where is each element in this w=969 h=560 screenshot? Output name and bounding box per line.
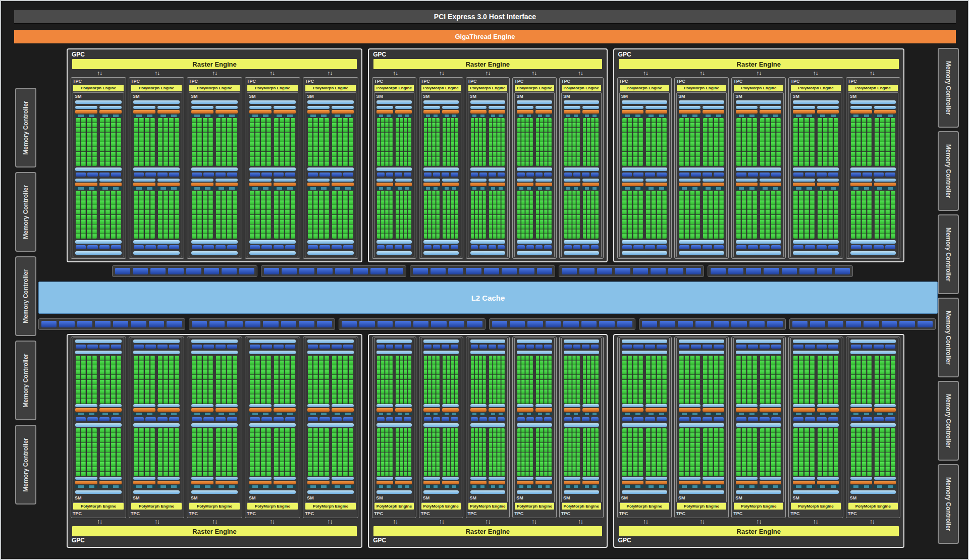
- sm-processing-block: [249, 356, 272, 416]
- cuda-core-grid: [192, 356, 213, 404]
- sm-processing-block: [157, 428, 180, 489]
- texture-unit-block: [851, 417, 861, 421]
- sm-processing-block: [395, 356, 412, 416]
- instruction-buffer-bar: [760, 477, 781, 480]
- sm-processing-block: [157, 356, 180, 416]
- instruction-buffer-bar: [442, 404, 459, 407]
- texture-unit-block: [76, 173, 86, 177]
- sm-block: SM: [561, 92, 602, 257]
- texture-unit-block: [817, 173, 827, 177]
- crossbar-link-block: [133, 268, 148, 274]
- tpc-block: TPCPolyMorph EngineSM: [129, 77, 184, 259]
- instruction-buffer-bar: [535, 179, 552, 182]
- crossbar-link-block: [150, 268, 166, 274]
- cuda-core-grid: [536, 118, 552, 166]
- instruction-cache-bar: [622, 167, 667, 171]
- texture-unit-block: [771, 245, 781, 249]
- warp-scheduler-bar: [470, 183, 487, 186]
- instruction-buffer-bar: [489, 179, 505, 182]
- instruction-cache-bar: [736, 423, 781, 427]
- texture-unit-block: [227, 245, 237, 249]
- warp-scheduler-bar: [736, 408, 758, 412]
- sm-processing-blocks: [736, 428, 781, 489]
- instruction-buffer-bar: [850, 106, 872, 109]
- instruction-buffer-bar: [249, 179, 272, 182]
- cuda-core-grid: [76, 118, 97, 166]
- instruction-cache-bar: [517, 351, 552, 354]
- instruction-buffer-bar: [216, 106, 238, 109]
- texture-unit-block: [805, 245, 815, 249]
- texture-unit-block: [319, 245, 330, 249]
- texture-unit-block: [498, 345, 505, 349]
- warp-scheduler-bar: [442, 183, 459, 186]
- texture-unit-block: [805, 345, 815, 349]
- sm-label: SM: [792, 93, 839, 99]
- sm-processing-block: [582, 356, 599, 416]
- sm-label: SM: [516, 93, 553, 99]
- crossbar-group: [559, 265, 704, 277]
- crossbar-link-block: [563, 321, 578, 327]
- texture-unit-block: [203, 345, 213, 349]
- dispatch-units-bar: [376, 187, 393, 190]
- flow-arrows-icon: ↑↓: [557, 518, 604, 526]
- memory-controller-label: Memory Controller: [22, 185, 29, 239]
- texture-unit-block: [99, 173, 110, 177]
- sm-processing-block: [535, 428, 552, 489]
- texture-unit-block: [386, 417, 394, 421]
- sm-processing-block: [376, 428, 393, 489]
- instruction-buffer-bar: [216, 404, 238, 407]
- instruction-buffer-bar: [99, 106, 122, 109]
- sm-label: SM: [563, 495, 600, 501]
- instruction-buffer-bar: [470, 179, 487, 182]
- warp-scheduler-bar: [274, 481, 296, 484]
- texture-unit-block: [564, 417, 572, 421]
- cuda-core-grid: [308, 356, 329, 404]
- instruction-cache-bar: [564, 251, 599, 255]
- dispatch-units-bar: [850, 115, 872, 117]
- sm-processing-block: [216, 105, 238, 166]
- texture-unit-block: [573, 417, 581, 421]
- warp-scheduler-bar: [332, 408, 354, 412]
- dispatch-units-bar: [703, 413, 724, 415]
- tpc-label: TPC: [561, 78, 602, 84]
- instruction-cache-bar: [517, 100, 552, 104]
- warp-scheduler-bar: [99, 408, 122, 412]
- sm-processing-blocks: [470, 105, 506, 166]
- crossbar-link-block: [695, 321, 711, 327]
- sm-label: SM: [735, 93, 782, 99]
- instruction-buffer-bar: [850, 404, 872, 407]
- crossbar-link-block: [192, 321, 207, 327]
- instruction-buffer-bar: [307, 477, 330, 480]
- tpc-block: SMPolyMorph EngineTPC: [788, 337, 843, 518]
- instruction-cache-bar: [191, 340, 238, 343]
- sm-processing-blocks: [249, 356, 296, 416]
- polymorph-engine-bar: PolyMorph Engine: [677, 85, 726, 91]
- dispatch-units-bar: [850, 485, 872, 488]
- dispatch-units-bar: [442, 115, 459, 117]
- sm-processing-blocks: [736, 105, 781, 166]
- cuda-core-grid: [489, 428, 505, 476]
- flow-arrows-icon: ↑↓: [243, 70, 301, 77]
- warp-scheduler-bar: [582, 110, 599, 114]
- flow-arrows-icon: ↑↓: [128, 518, 186, 526]
- tpc-label: TPC: [676, 78, 727, 84]
- texture-unit-block: [748, 245, 758, 249]
- instruction-buffer-bar: [376, 477, 393, 480]
- texture-units-row: [377, 417, 411, 421]
- cuda-core-grid: [76, 191, 97, 239]
- dispatch-units-bar: [133, 485, 155, 488]
- instruction-cache-bar: [249, 240, 296, 244]
- texture-unit-block: [134, 417, 144, 421]
- flow-arrows-icon: ↑↓: [787, 518, 843, 526]
- tpc-label: TPC: [790, 78, 841, 84]
- flow-arrows-icon: ↑↓: [301, 518, 358, 526]
- texture-unit-block: [564, 345, 572, 349]
- instruction-cache-bar: [307, 423, 354, 427]
- dispatch-units-bar: [133, 115, 155, 117]
- instruction-cache-bar: [376, 423, 412, 427]
- texture-unit-block: [564, 245, 572, 249]
- dispatch-units-bar: [489, 187, 505, 190]
- dispatch-units-bar: [582, 115, 599, 117]
- crossbar-link-block: [227, 321, 242, 327]
- instruction-buffer-bar: [736, 106, 758, 109]
